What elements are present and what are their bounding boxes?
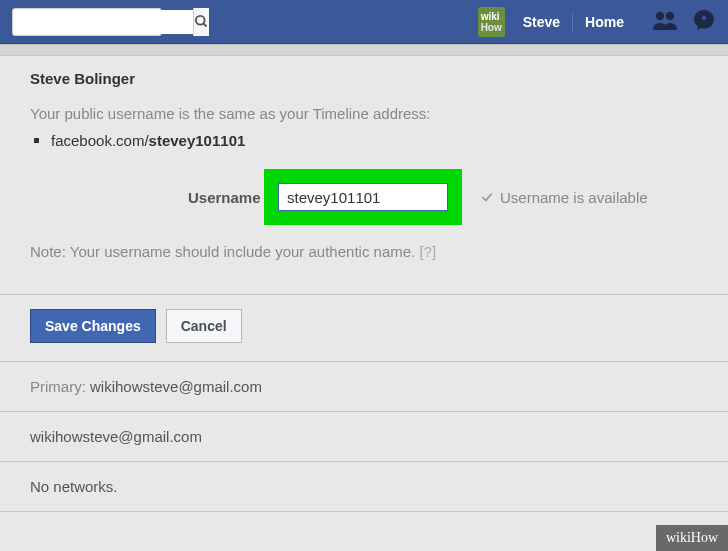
home-link[interactable]: Home bbox=[575, 14, 634, 30]
username-input[interactable] bbox=[278, 183, 448, 211]
timeline-url: facebook.com/stevey101101 bbox=[30, 132, 698, 149]
svg-point-0 bbox=[196, 16, 205, 25]
networks-value: No networks. bbox=[30, 478, 118, 495]
divider bbox=[572, 12, 573, 32]
networks-row: No networks. bbox=[0, 462, 728, 511]
username-label: Username bbox=[188, 189, 261, 206]
messenger-icon[interactable] bbox=[692, 8, 716, 36]
profile-link[interactable]: Steve bbox=[513, 14, 570, 30]
save-button[interactable]: Save Changes bbox=[30, 309, 156, 343]
friend-requests-icon[interactable] bbox=[652, 9, 678, 35]
primary-label: Primary: bbox=[30, 378, 86, 395]
email-row: wikihowsteve@gmail.com bbox=[0, 412, 728, 461]
public-username-desc: Your public username is the same as your… bbox=[30, 105, 698, 122]
primary-email: wikihowsteve@gmail.com bbox=[90, 378, 262, 395]
check-icon bbox=[480, 190, 494, 204]
svg-line-1 bbox=[203, 23, 206, 26]
svg-point-2 bbox=[656, 11, 664, 19]
search-input[interactable] bbox=[13, 10, 193, 34]
primary-email-row: Primary: wikihowsteve@gmail.com bbox=[0, 362, 728, 411]
button-row: Save Changes Cancel bbox=[0, 295, 728, 361]
watermark: wikiHow bbox=[656, 525, 728, 551]
username-row: Username Username is available bbox=[30, 167, 698, 227]
search-icon bbox=[194, 14, 209, 29]
email-value: wikihowsteve@gmail.com bbox=[30, 428, 202, 445]
availability-status: Username is available bbox=[480, 189, 648, 206]
settings-panel: Steve Bolinger Your public username is t… bbox=[0, 56, 728, 512]
username-note: Note: Your username should include your … bbox=[30, 243, 698, 260]
url-prefix: facebook.com/ bbox=[51, 132, 149, 149]
search-container bbox=[12, 8, 162, 36]
wikihow-logo: wiki How bbox=[478, 7, 505, 37]
account-name: Steve Bolinger bbox=[30, 70, 698, 87]
svg-point-3 bbox=[666, 11, 674, 19]
highlight-frame bbox=[264, 169, 462, 225]
bullet-icon bbox=[34, 138, 39, 143]
cancel-button[interactable]: Cancel bbox=[166, 309, 242, 343]
url-username: stevey101101 bbox=[149, 132, 246, 149]
help-icon[interactable]: [?] bbox=[419, 243, 436, 260]
divider-line bbox=[0, 511, 728, 512]
topbar: wiki How Steve Home bbox=[0, 0, 728, 44]
sub-bar bbox=[0, 44, 728, 56]
search-button[interactable] bbox=[193, 8, 209, 36]
